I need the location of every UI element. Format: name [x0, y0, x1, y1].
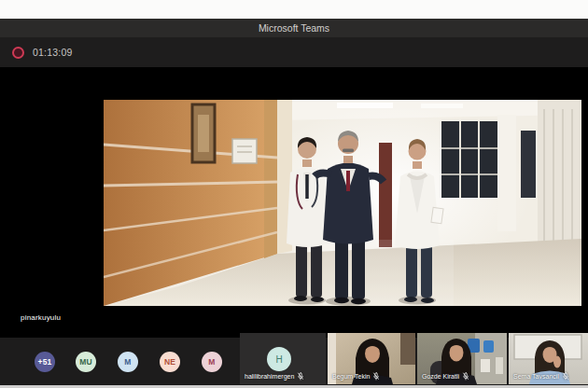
meeting-toolbar: 01:13:09 Denetim iste: [0, 37, 588, 67]
presenter-name-label: pinarkuyulu: [21, 313, 61, 322]
mic-muted-icon: [372, 372, 380, 381]
overflow-participants-badge[interactable]: +51: [35, 352, 55, 372]
participant-avatar[interactable]: M: [202, 352, 222, 372]
title-bar: Microsoft Teams: [0, 19, 588, 37]
participant-avatar-circle: H: [267, 347, 291, 371]
participant-avatar[interactable]: MU: [76, 352, 96, 372]
participant-name: Begum Tekin: [332, 373, 370, 380]
window-title: Microsoft Teams: [259, 22, 329, 34]
participant-tile[interactable]: Sema Tavsancil: [509, 333, 588, 384]
desktop-top-strip: [0, 0, 588, 20]
participant-tile[interactable]: Begum Tekin: [328, 333, 415, 384]
mic-muted-icon: [462, 372, 469, 381]
participant-avatar[interactable]: M: [118, 352, 138, 372]
mic-muted-icon: [562, 372, 569, 381]
hospital-corridor-video: [104, 100, 581, 306]
teams-meeting-window: Microsoft Teams 01:13:09 Denetim iste: [0, 0, 588, 388]
recording-timer: 01:13:09: [33, 47, 72, 58]
recording-indicator: 01:13:09: [12, 37, 72, 67]
meeting-stage: pinarkuyulu: [0, 67, 588, 338]
participant-name: Sema Tavsancil: [513, 373, 559, 380]
participant-avatar[interactable]: NE: [160, 352, 180, 372]
main-video[interactable]: [104, 100, 581, 306]
participant-tile[interactable]: Gozde Kiratli: [417, 333, 507, 384]
participant-name: halilibrahimergen: [245, 373, 294, 380]
record-dot-icon: [12, 47, 24, 59]
mic-muted-icon: [297, 372, 304, 381]
participant-name: Gozde Kiratli: [422, 373, 459, 380]
participant-tile[interactable]: H halilibrahimergen: [240, 333, 326, 384]
